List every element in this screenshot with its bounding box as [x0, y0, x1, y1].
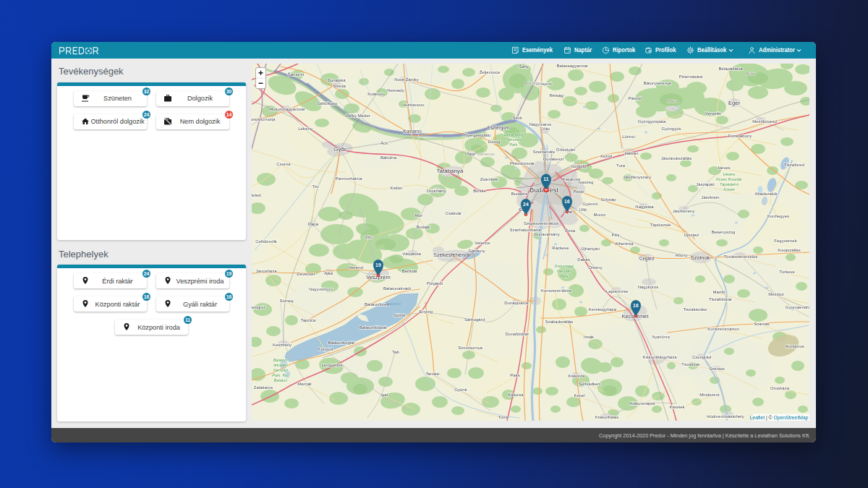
svg-text:Abony: Abony [675, 253, 687, 257]
svg-text:Tata: Tata [467, 152, 475, 156]
svg-text:Csákvár: Csákvár [446, 211, 461, 215]
svg-text:Nové Zámky: Nové Zámky [394, 77, 419, 82]
svg-text:Tiszafüred: Tiszafüred [784, 163, 804, 167]
svg-text:Budaörs: Budaörs [511, 192, 527, 196]
svg-text:Dunajská: Dunajská [327, 78, 346, 82]
svg-text:Zalakaros: Zalakaros [254, 385, 273, 390]
svg-text:Igal: Igal [380, 393, 388, 397]
svg-text:Devecser: Devecser [297, 272, 315, 276]
svg-text:Mindszent: Mindszent [699, 393, 720, 397]
svg-text:Mezőkövesd: Mezőkövesd [752, 119, 777, 124]
svg-text:Lengyeltóti: Lengyeltóti [321, 363, 342, 367]
svg-text:Gerecse: Gerecse [477, 151, 495, 156]
svg-text:felvidéki: felvidéki [273, 363, 288, 367]
svg-text:Csorna: Csorna [276, 162, 291, 166]
svg-text:Pécel: Pécel [573, 189, 584, 194]
svg-text:Mezőtúr: Mezőtúr [768, 292, 784, 296]
svg-text:Soltvadkert: Soltvadkert [579, 382, 600, 386]
svg-text:16: 16 [633, 303, 639, 308]
svg-text:Tura: Tura [616, 163, 626, 168]
svg-text:Enying: Enying [420, 309, 433, 314]
svg-text:Ócsa: Ócsa [565, 228, 576, 233]
svg-text:Monor: Monor [593, 213, 605, 217]
svg-text:Balaton-: Balaton- [273, 358, 288, 362]
svg-text:Börzsöny: Börzsöny [524, 80, 544, 85]
svg-text:Mátra: Mátra [667, 98, 678, 103]
svg-text:Tolna: Tolna [498, 415, 509, 419]
svg-text:Jászberény: Jászberény [673, 209, 695, 213]
svg-text:Nemzeti: Nemzeti [557, 269, 572, 273]
svg-text:Ráckeve: Ráckeve [552, 246, 569, 250]
svg-text:Gyömrő: Gyömrő [582, 202, 598, 206]
svg-text:Kiskunfélegyháza: Kiskunfélegyháza [642, 355, 677, 359]
svg-text:Kunszentmárton: Kunszentmárton [707, 327, 739, 331]
svg-text:Simontornya: Simontornya [458, 346, 482, 350]
svg-text:Tamási: Tamási [425, 372, 439, 376]
svg-text:Pétervására: Pétervására [679, 74, 703, 79]
svg-text:Nyárlőrinc: Nyárlőrinc [652, 335, 670, 339]
svg-text:Bicske: Bicske [473, 189, 486, 193]
svg-text:Isaszeg: Isaszeg [579, 180, 594, 184]
svg-text:Lőrinci: Lőrinci [622, 134, 635, 139]
svg-text:Szigetszentmiklós: Szigetszentmiklós [524, 221, 558, 226]
svg-text:Nagyvázsony: Nagyvázsony [309, 287, 333, 291]
svg-text:Leaflet | © OpenStreetMap: Leaflet | © OpenStreetMap [750, 415, 809, 421]
svg-text:Tapolca: Tapolca [301, 318, 316, 322]
svg-text:Dunavarsány: Dunavarsány [534, 232, 559, 236]
svg-text:Tatabánya: Tatabánya [437, 168, 464, 174]
svg-text:Kondoros: Kondoros [786, 344, 804, 348]
svg-text:Hatvan: Hatvan [624, 151, 638, 155]
svg-text:Polgárdi: Polgárdi [427, 281, 443, 286]
svg-text:Jánosháza: Jánosháza [255, 269, 277, 273]
svg-text:Jászárokszállás: Jászárokszállás [661, 156, 692, 160]
svg-text:Marcali: Marcali [297, 382, 311, 386]
svg-text:Park, Kis-: Park, Kis- [272, 373, 289, 377]
svg-text:Zsámbék: Zsámbék [480, 177, 499, 181]
svg-text:Komárno: Komárno [403, 129, 422, 134]
svg-text:Tiszakécske: Tiszakécske [684, 307, 707, 312]
svg-text:Kiskunmajsa: Kiskunmajsa [630, 401, 655, 406]
svg-text:Nagykőrös: Nagykőrös [638, 285, 659, 289]
svg-text:Újszász: Újszász [684, 233, 699, 237]
svg-text:Dorog: Dorog [488, 140, 500, 144]
svg-text:Pilisvörösvár: Pilisvörösvár [510, 161, 535, 166]
svg-text:Balaton: Balaton [274, 378, 287, 382]
svg-text:Csongrád: Csongrád [692, 355, 711, 359]
svg-text:Nagykáta: Nagykáta [635, 205, 654, 209]
svg-text:Sümeg: Sümeg [279, 299, 293, 303]
svg-text:Kolárovo: Kolárovo [367, 92, 385, 96]
svg-text:Dabas: Dabas [577, 257, 590, 262]
svg-text:Körzet: Körzet [723, 187, 735, 192]
svg-text:Beled: Beled [252, 193, 261, 197]
svg-text:Velence: Velence [475, 241, 490, 245]
svg-text:Dunaújváros: Dunaújváros [504, 301, 529, 305]
svg-text:Mór: Mór [415, 213, 422, 218]
svg-text:szentgrót: szentgrót [252, 305, 265, 309]
svg-text:Szob: Szob [512, 116, 522, 120]
svg-text:Gödöllő: Gödöllő [571, 164, 587, 168]
svg-text:Szabadszállás: Szabadszállás [545, 320, 574, 324]
svg-text:Veľký Meder: Veľký Meder [346, 114, 370, 118]
svg-text:Bodajk: Bodajk [417, 225, 430, 229]
svg-text:Orosháza: Orosháza [770, 386, 790, 390]
svg-text:Gabčíkovo: Gabčíkovo [317, 101, 338, 106]
svg-text:Šahy: Šahy [519, 64, 529, 69]
svg-text:Gyöngyös: Gyöngyös [661, 127, 681, 131]
svg-text:Keszthely: Keszthely [273, 343, 292, 347]
svg-text:Balatonalmádi: Balatonalmádi [383, 286, 411, 291]
svg-text:Gárdony: Gárdony [468, 249, 485, 253]
svg-text:Gyöngyöspata: Gyöngyöspata [638, 119, 666, 124]
svg-text:Hevesi: Hevesi [723, 172, 736, 176]
svg-text:Kiskőrös: Kiskőrös [568, 374, 584, 378]
svg-text:Želiezovce: Želiezovce [480, 69, 501, 74]
svg-text:Gyomaendrőd: Gyomaendrőd [786, 305, 809, 309]
svg-text:Verpelét: Verpelét [705, 111, 721, 116]
svg-text:Bábolna: Bábolna [380, 155, 397, 160]
svg-text:Őrbottyán: Őrbottyán [556, 147, 575, 152]
svg-text:Kisújszállás: Kisújszállás [778, 248, 800, 252]
svg-text:Nesvady: Nesvady [387, 88, 404, 93]
svg-text:Kerekegyháza: Kerekegyháza [589, 307, 617, 312]
svg-text:Pannonhalma: Pannonhalma [335, 176, 362, 181]
svg-text:Bélapátfalva: Bélapátfalva [718, 67, 743, 71]
svg-text:Tiszaalpár: Tiszaalpár [681, 362, 700, 367]
